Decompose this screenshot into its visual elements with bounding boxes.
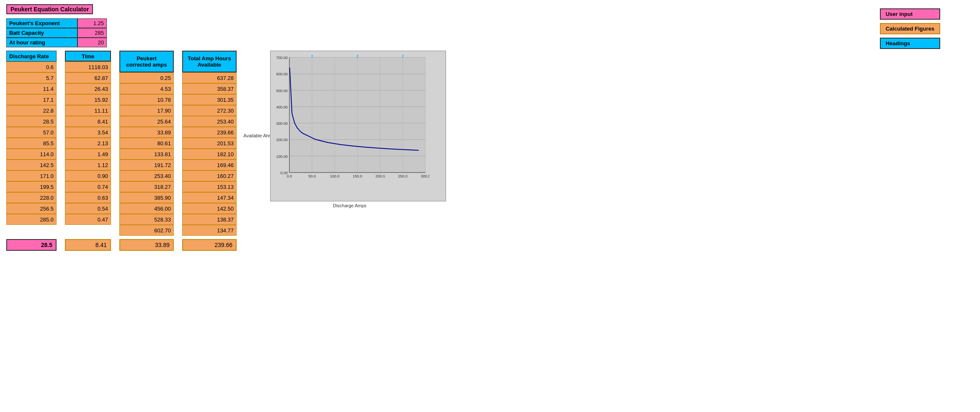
table-row: 15.92 (65, 94, 111, 105)
input-section: Peukert's Exponent 1.25 Batt Capacity 28… (6, 18, 974, 47)
input-row-hour-rating: At hour rating 20 (6, 38, 974, 47)
table-row: 2.13 (65, 138, 111, 149)
svg-text:300.00: 300.00 (276, 121, 288, 126)
table-row: 253.40 (182, 116, 237, 127)
table-row: 0.63 (65, 192, 111, 203)
chart-container: 0.00100.00200.00300.00400.00500.00600.00… (270, 51, 446, 201)
table-row: 134.77 (182, 225, 237, 236)
table-row: 8.41 (65, 116, 111, 127)
input-row-capacity: Batt Capacity 285 (6, 28, 974, 38)
table-row: 528.33 (119, 214, 174, 225)
table-row: 385.90 (119, 192, 174, 203)
time-header: Time (65, 51, 111, 62)
table-row: 5.7 (6, 72, 57, 83)
table-row: 114.0 (6, 149, 57, 160)
table-row: 171.0 (6, 170, 57, 181)
svg-text:100.0: 100.0 (330, 174, 340, 178)
table-row: 191.72 (119, 160, 174, 170)
peukert-header: Peukert corrected amps (119, 51, 174, 72)
svg-text:500.00: 500.00 (276, 89, 288, 93)
bottom-peukert: 33.89 (119, 239, 174, 251)
exponent-label: Peukert's Exponent (6, 18, 77, 28)
table-row: 0.6 (6, 62, 57, 72)
table-row: 272.30 (182, 105, 237, 116)
table-row: 0.54 (65, 203, 111, 214)
table-row: 0.74 (65, 181, 111, 192)
table-row: 147.34 (182, 192, 237, 203)
chart-x-label: Discharge Amps (270, 203, 429, 208)
table-row: 3.54 (65, 127, 111, 138)
bottom-summary-row: 28.5 8.41 33.89 239.66 (6, 239, 974, 251)
svg-text:150.0: 150.0 (353, 174, 362, 178)
table-row: 256.5 (6, 203, 57, 214)
capacity-value[interactable]: 285 (77, 28, 107, 38)
exponent-value[interactable]: 1.25 (77, 18, 107, 28)
discharge-rate-column: Discharge Rate 0.65.711.417.122.828.557.… (6, 51, 57, 225)
table-row: 318.27 (119, 181, 174, 192)
table-row: 239.66 (182, 127, 237, 138)
table-row: 28.5 (6, 116, 57, 127)
bottom-total-value: 239.66 (182, 239, 237, 251)
table-row: 199.5 (6, 181, 57, 192)
legend-section: User input Calculated Figures Headings (880, 8, 940, 49)
table-row: 26.43 (65, 83, 111, 94)
chart-y-label: Available Ahrs (243, 133, 273, 138)
table-row: 1118.03 (65, 62, 111, 72)
table-row: 358.37 (182, 83, 237, 94)
discharge-rate-header: Discharge Rate (6, 51, 57, 62)
time-column: Time 1118.0362.8726.4315.9211.118.413.54… (65, 51, 111, 225)
table-row: 1.49 (65, 149, 111, 160)
table-row: 228.0 (6, 192, 57, 203)
svg-text:300.0: 300.0 (421, 174, 430, 178)
table-row: 17.1 (6, 94, 57, 105)
table-row: 4.53 (119, 83, 174, 94)
total-ahrs-column: Total Amp Hours Available 637.28358.3730… (182, 51, 237, 236)
svg-text:0.0: 0.0 (287, 174, 292, 178)
bottom-discharge: 28.5 (6, 239, 57, 251)
table-row: 17.90 (119, 105, 174, 116)
table-row: 0.47 (65, 214, 111, 225)
chart-svg: 0.00100.00200.00300.00400.00500.00600.00… (271, 51, 430, 185)
capacity-label: Batt Capacity (6, 28, 77, 38)
svg-text:600.00: 600.00 (276, 72, 288, 76)
table-row: 153.13 (182, 181, 237, 192)
peukert-column: Peukert corrected amps 0.254.5310.7817.9… (119, 51, 174, 236)
svg-text:700.00: 700.00 (276, 56, 288, 60)
legend-headings: Headings (880, 38, 940, 49)
table-row: 85.5 (6, 138, 57, 149)
table-row: 201.53 (182, 138, 237, 149)
table-row: 142.50 (182, 203, 237, 214)
total-cells: 637.28358.37301.35272.30253.40239.66201.… (182, 72, 237, 236)
table-row: 1.12 (65, 160, 111, 170)
table-row: 11.11 (65, 105, 111, 116)
table-row: 182.10 (182, 149, 237, 160)
table-row: 160.27 (182, 170, 237, 181)
hour-rating-value[interactable]: 20 (77, 38, 107, 47)
bottom-total: 239.66 (182, 239, 237, 251)
table-row: 10.78 (119, 94, 174, 105)
svg-text:50.0: 50.0 (308, 174, 316, 178)
table-row: 80.61 (119, 138, 174, 149)
peukert-cells: 0.254.5310.7817.9025.6433.8980.61133.811… (119, 72, 174, 236)
chart-area: Available Ahrs 0.00100.00200.00300.00400… (253, 51, 429, 221)
legend-user-input: User input (880, 8, 940, 20)
legend-calculated: Calculated Figures (880, 23, 940, 34)
table-row: 169.46 (182, 160, 237, 170)
total-ahrs-header: Total Amp Hours Available (182, 51, 237, 72)
bottom-time-value: 8.41 (65, 239, 111, 251)
svg-text:200.0: 200.0 (375, 174, 385, 178)
hour-rating-label: At hour rating (6, 38, 77, 47)
app-title: Peukert Equation Calculator (6, 4, 93, 14)
table-row: 33.89 (119, 127, 174, 138)
table-row: 456.00 (119, 203, 174, 214)
svg-text:100.00: 100.00 (276, 154, 288, 159)
table-row: 301.35 (182, 94, 237, 105)
table-row: 253.40 (119, 170, 174, 181)
main-layout: Discharge Rate 0.65.711.417.122.828.557.… (6, 51, 974, 236)
svg-text:400.00: 400.00 (276, 105, 288, 109)
bottom-peukert-value: 33.89 (119, 239, 174, 251)
table-row: 62.87 (65, 72, 111, 83)
table-row: 602.70 (119, 225, 174, 236)
discharge-cells: 0.65.711.417.122.828.557.085.5114.0142.5… (6, 62, 57, 225)
table-row: 133.81 (119, 149, 174, 160)
